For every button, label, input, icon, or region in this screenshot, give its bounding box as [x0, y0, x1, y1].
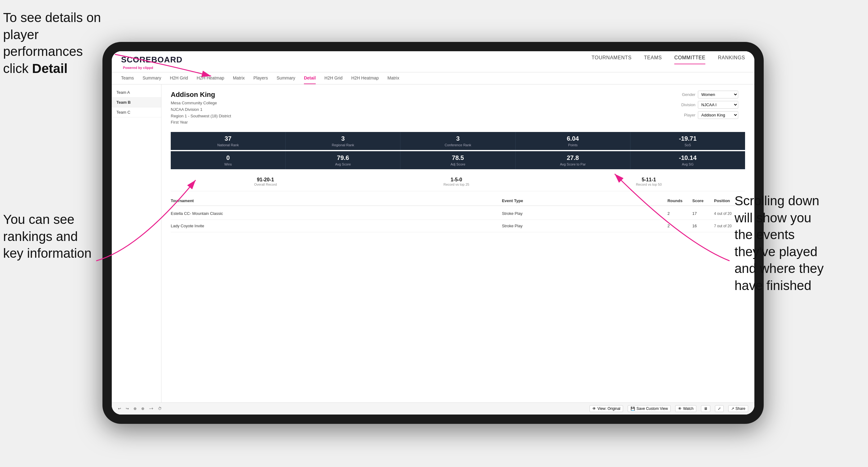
stat-conference-rank-value: 3 — [403, 135, 513, 142]
stat-avg-sg-value: -10.14 — [633, 154, 743, 161]
powered-by: Powered by clippd — [123, 66, 183, 69]
nav-item-teams[interactable]: TEAMS — [644, 55, 662, 64]
player-label: Player — [677, 113, 695, 117]
player-college: Mesa Community College — [171, 100, 231, 106]
record-top25-value: 1-5-0 — [444, 177, 469, 183]
records-row: 91-20-1 Overall Record 1-5-0 Record vs t… — [171, 174, 745, 191]
filter-gender: Gender Women Men — [677, 91, 745, 98]
sub-nav-h2h-grid[interactable]: H2H Grid — [170, 72, 188, 84]
app-container: SCOREBOARD Powered by clippd TOURNAMENTS… — [112, 51, 754, 414]
sidebar-item-2[interactable]: Team B — [112, 97, 161, 107]
record-top25-label: Record vs top 25 — [444, 183, 469, 186]
sub-nav-h2h-grid2[interactable]: H2H Grid — [324, 72, 342, 84]
stat-adj-score-value: 78.5 — [403, 154, 513, 161]
view-icon: 👁 — [592, 406, 596, 411]
stat-avg-score-par: 27.8 Avg Score to Par — [516, 151, 630, 169]
nav-brand: SCOREBOARD Powered by clippd — [121, 55, 183, 69]
tournament-rounds-2: 2 — [668, 224, 692, 228]
sub-nav-matrix[interactable]: Matrix — [233, 72, 245, 84]
player-info: Addison King Mesa Community College NJCA… — [171, 91, 231, 126]
toolbar-timer[interactable]: ⏱ — [158, 406, 162, 411]
share-button[interactable]: ↗ Share — [728, 405, 748, 412]
gender-label: Gender — [677, 92, 695, 97]
stat-national-rank-value: 37 — [173, 135, 283, 142]
tournament-name-2: Lady Coyote Invite — [171, 224, 502, 228]
expand-btn[interactable]: ⤢ — [715, 405, 724, 412]
nav-item-tournaments[interactable]: TOURNAMENTS — [592, 55, 632, 64]
sub-nav-players[interactable]: Players — [253, 72, 268, 84]
sub-nav-matrix2[interactable]: Matrix — [388, 72, 399, 84]
stat-avg-score-value: 79.6 — [288, 154, 398, 161]
stat-wins-label: Wins — [173, 162, 283, 166]
sub-nav-teams[interactable]: Teams — [121, 72, 134, 84]
stat-regional-rank-value: 3 — [288, 135, 398, 142]
stat-adj-score-label: Adj Score — [403, 162, 513, 166]
tournament-score-2: 16 — [692, 224, 714, 228]
col-event-type: Event Type — [502, 198, 668, 203]
filter-division: Division NJCAA I NJCAA II — [677, 101, 745, 109]
sub-nav-h2h-heatmap2[interactable]: H2H Heatmap — [351, 72, 379, 84]
filter-player: Player Addison King — [677, 111, 745, 119]
share-icon: ↗ — [731, 406, 734, 411]
stat-avg-score-par-value: 27.8 — [518, 154, 628, 161]
tournament-type-1: Stroke Play — [502, 211, 668, 216]
toolbar-btn2[interactable]: ⊕ — [141, 406, 144, 411]
stat-points-label: Points — [518, 143, 628, 147]
stat-sos: -19.71 SoS — [630, 132, 745, 150]
stat-avg-sg: -10.14 Avg SG — [630, 151, 745, 169]
stat-avg-score-par-label: Avg Score to Par — [518, 162, 628, 166]
view-original-button[interactable]: 👁 View: Original — [590, 405, 623, 412]
division-select[interactable]: NJCAA I NJCAA II — [698, 101, 738, 109]
stat-points-value: 6.04 — [518, 135, 628, 142]
table-row: Lady Coyote Invite Stroke Play 2 16 7 ou… — [171, 220, 745, 232]
stat-wins: 0 Wins — [171, 151, 286, 169]
stat-sos-label: SoS — [633, 143, 743, 147]
sub-nav-summary[interactable]: Summary — [143, 72, 161, 84]
division-label: Division — [677, 102, 695, 107]
nav-item-rankings[interactable]: RANKINGS — [718, 55, 745, 64]
sub-nav-detail[interactable]: Detail — [304, 72, 316, 84]
sidebar-item-3[interactable]: Team C — [112, 107, 161, 117]
player-name: Addison King — [171, 91, 231, 99]
tablet-device: SCOREBOARD Powered by clippd TOURNAMENTS… — [102, 42, 764, 424]
stat-sos-value: -19.71 — [633, 135, 743, 142]
record-overall-label: Overall Record — [254, 183, 277, 186]
player-division: NJCAA Division 1 — [171, 106, 231, 113]
record-overall: 91-20-1 Overall Record — [254, 177, 277, 186]
annotation-bottomleft: You can see rankings and key information — [3, 211, 121, 262]
stats-row2: 0 Wins 79.6 Avg Score 78.5 Adj Score 2 — [171, 151, 745, 169]
stat-adj-score: 78.5 Adj Score — [400, 151, 515, 169]
save-custom-button[interactable]: 💾 Save Custom View — [628, 405, 671, 412]
nav-item-committee[interactable]: COMMITTEE — [674, 55, 706, 64]
stat-national-rank-label: National Rank — [173, 143, 283, 147]
toolbar-undo[interactable]: ↩ — [118, 406, 121, 411]
stat-conference-rank-label: Conference Rank — [403, 143, 513, 147]
sub-nav-summary2[interactable]: Summary — [277, 72, 295, 84]
screen-btn[interactable]: 🖥 — [701, 405, 710, 412]
annotation-right: Scrolling down will show you the events … — [735, 192, 865, 294]
toolbar-btn3[interactable]: −+ — [149, 406, 153, 411]
scoreboard-logo: SCOREBOARD — [121, 55, 183, 65]
player-header: Addison King Mesa Community College NJCA… — [171, 91, 745, 126]
sub-nav: Teams Summary H2H Grid H2H Heatmap Matri… — [112, 72, 754, 85]
sub-nav-h2h-heatmap[interactable]: H2H Heatmap — [197, 72, 224, 84]
content-area: Addison King Mesa Community College NJCA… — [161, 85, 754, 402]
col-rounds: Rounds — [668, 198, 692, 203]
table-row: Estella CC- Mountain Classic Stroke Play… — [171, 208, 745, 220]
record-overall-value: 91-20-1 — [254, 177, 277, 183]
player-filters: Gender Women Men Division NJCAA I — [677, 91, 745, 126]
player-select[interactable]: Addison King — [698, 111, 738, 119]
tournament-rounds-1: 2 — [668, 211, 692, 216]
watch-button[interactable]: 👁 Watch — [675, 405, 696, 412]
tournament-type-2: Stroke Play — [502, 224, 668, 228]
toolbar-btn1[interactable]: ⊕ — [133, 406, 136, 411]
stat-regional-rank-label: Regional Rank — [288, 143, 398, 147]
record-top50: 5-11-1 Record vs top 50 — [636, 177, 661, 186]
stat-points: 6.04 Points — [516, 132, 630, 150]
toolbar-redo[interactable]: ↪ — [126, 406, 129, 411]
sidebar-item-1[interactable]: Team A — [112, 88, 161, 97]
stat-conference-rank: 3 Conference Rank — [400, 132, 515, 150]
gender-select[interactable]: Women Men — [698, 91, 738, 98]
col-tournament: Tournament — [171, 198, 502, 203]
record-top50-label: Record vs top 50 — [636, 183, 661, 186]
